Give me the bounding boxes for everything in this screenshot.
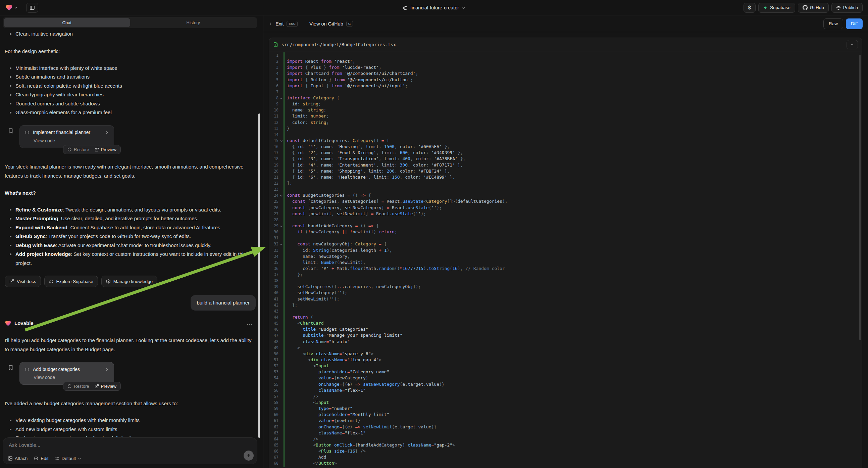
message-circle-icon	[49, 279, 54, 284]
message-menu-button[interactable]: ...	[247, 319, 256, 328]
code-line: 59 type="number"	[269, 406, 859, 412]
list-item: Add new budget categories with custom li…	[16, 425, 256, 434]
restore-button[interactable]: Restore	[67, 145, 89, 154]
diff-added-stripe	[283, 113, 284, 119]
code-line: 46 title="Budget Categories"	[269, 326, 859, 332]
line-number: 63	[269, 430, 278, 436]
diff-added-stripe	[283, 351, 284, 357]
code-text: const [newLimit, setNewLimit] = React.us…	[284, 211, 426, 217]
attach-button[interactable]: Attach	[8, 456, 28, 461]
edit-mode-button[interactable]: Edit	[34, 456, 48, 461]
code-line: 62 onChange={(e) => setNewLimit(e.target…	[269, 424, 859, 430]
project-switcher[interactable]: financial-future-creator	[403, 0, 465, 16]
visit-docs-button[interactable]: Visit docs	[5, 275, 41, 287]
send-button[interactable]	[244, 450, 254, 461]
line-number: 37	[269, 272, 278, 277]
view-on-github-button[interactable]: View on GitHub G	[309, 21, 353, 27]
globe-icon	[836, 5, 841, 10]
manage-knowledge-button[interactable]: Manage knowledge	[101, 275, 157, 287]
code-text: }	[284, 125, 289, 131]
tab-chat[interactable]: Chat	[4, 18, 130, 27]
bookmark-icon	[8, 364, 14, 371]
code-text: setCategories([...categories, newCategor…	[284, 284, 421, 290]
diff-added-stripe	[283, 363, 284, 369]
diff-added-stripe	[283, 430, 284, 436]
fold-spacer	[278, 387, 283, 393]
code-line: 9 id: string;	[269, 101, 859, 107]
code-text: interface Category {	[284, 95, 340, 101]
view-on-github-label: View on GitHub	[309, 21, 343, 27]
code-line: 54 value={newCategory}	[269, 375, 859, 381]
explore-supabase-button[interactable]: Explore Supabase	[44, 275, 98, 287]
tab-history[interactable]: History	[130, 18, 257, 27]
publish-button[interactable]: Publish	[831, 3, 863, 13]
diff-added-stripe	[283, 229, 284, 235]
raw-toggle-button[interactable]: Raw	[824, 19, 843, 29]
diff-added-stripe	[283, 89, 284, 95]
lovable-logo-menu[interactable]	[5, 4, 18, 11]
chevron-up-icon	[850, 42, 854, 47]
code-line: 35 limit: Number(newLimit),	[269, 260, 859, 266]
version-card[interactable]: Implement financial plannerView code	[20, 125, 114, 148]
collapse-file-button[interactable]	[846, 40, 858, 49]
line-number: 24	[269, 193, 278, 198]
settings-button[interactable]: ⚙	[744, 3, 755, 13]
code-line: 30 if (!newCategory || !newLimit) return…	[269, 229, 859, 235]
diff-added-stripe	[283, 332, 284, 339]
version-card[interactable]: Add budget categoriesView code	[20, 362, 114, 385]
fold-chevron-icon[interactable]	[278, 193, 283, 198]
fold-chevron-icon[interactable]	[278, 223, 283, 229]
list-item: Refine & Customize: Tweak the design, an…	[16, 205, 256, 214]
diff-added-stripe	[283, 320, 284, 326]
line-number: 4	[269, 70, 278, 77]
diff-toggle-button[interactable]: Diff	[846, 19, 863, 29]
github-label: GitHub	[810, 5, 824, 10]
code-line: 64 />	[269, 436, 859, 442]
code-line: 23	[269, 186, 859, 193]
diff-added-stripe	[283, 107, 284, 113]
line-number: 16	[269, 144, 278, 150]
fold-spacer	[278, 235, 283, 241]
list-item-text: : Use clear, detailed, and iterative pro…	[58, 215, 198, 221]
restore-button[interactable]: Restore	[67, 382, 89, 391]
line-number: 65	[269, 442, 278, 448]
fold-spacer	[278, 290, 283, 296]
fold-chevron-icon[interactable]	[278, 138, 283, 144]
file-header[interactable]: src/components/budget/BudgetCategories.t…	[269, 38, 862, 51]
code-line: 45 <ChartCard	[269, 320, 859, 326]
code-line: 47 subtitle="Manage your spending limits…	[269, 332, 859, 339]
preview-button[interactable]: Preview	[95, 382, 117, 391]
fold-chevron-icon[interactable]	[278, 95, 283, 101]
code-text: className="flex-1"	[284, 387, 366, 393]
line-number: 50	[269, 351, 278, 357]
line-number: 7	[269, 89, 278, 95]
diff-added-stripe	[283, 302, 284, 308]
preview-button[interactable]: Preview	[95, 145, 117, 154]
view-code-link[interactable]: View code	[25, 137, 109, 145]
view-code-link[interactable]: View code	[25, 373, 109, 381]
diff-added-stripe	[283, 211, 284, 217]
code-text: />	[284, 436, 318, 442]
diff-added-stripe	[283, 198, 284, 204]
code-text: id: String(categories.length + 1),	[284, 247, 392, 254]
chat-composer[interactable]: Ask Lovable... Attach Edit Default	[3, 437, 257, 464]
github-button[interactable]: GitHub	[798, 3, 829, 13]
chevron-down-icon	[14, 6, 18, 9]
fold-chevron-icon[interactable]	[278, 241, 283, 247]
bullet-list: View existing budget categories with the…	[5, 416, 256, 437]
model-selector[interactable]: Default	[55, 456, 82, 461]
supabase-bolt-icon	[763, 5, 768, 10]
fold-spacer	[278, 272, 283, 277]
exit-button[interactable]: Exit ESC	[269, 21, 298, 27]
code-line: 33 id: String(categories.length + 1),	[269, 247, 859, 254]
chat-scrollbar[interactable]	[258, 114, 260, 438]
diff-added-stripe	[283, 205, 284, 211]
code-view-header: Exit ESC View on GitHub G Raw Diff	[264, 16, 868, 32]
chat-input[interactable]: Ask Lovable...	[9, 442, 40, 448]
toggle-sidebar-button[interactable]	[26, 3, 38, 13]
supabase-button[interactable]: Supabase	[758, 3, 795, 13]
code-text: Add	[284, 454, 326, 460]
diff-added-stripe	[283, 375, 284, 381]
code-scrollbar[interactable]	[859, 55, 861, 340]
code-text: limit: number;	[284, 113, 329, 119]
